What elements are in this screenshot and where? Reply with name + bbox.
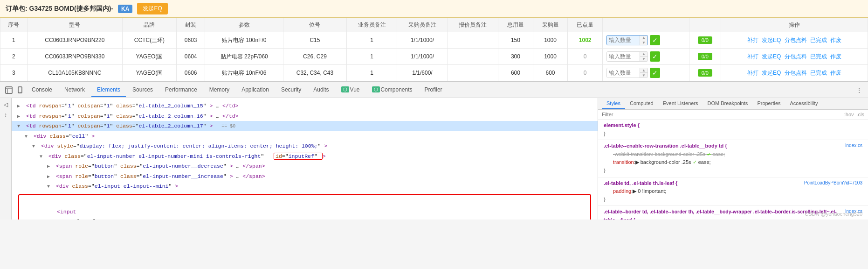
device-icon[interactable]: [15, 85, 25, 95]
side-tab-dom-breakpoints[interactable]: DOM Breakpoints: [703, 98, 753, 109]
op-done-row2[interactable]: 已完成: [810, 53, 827, 60]
spin-up-row3[interactable]: ▲: [640, 68, 648, 73]
quantity-input-row3[interactable]: ▲ ▼: [606, 68, 648, 78]
more-icon[interactable]: ⋮: [854, 85, 864, 95]
op-reprint-row3[interactable]: 补打: [747, 70, 758, 76]
elem-line-selected[interactable]: ▼ <td rowspan="1" colspan="1" class="el-…: [12, 121, 598, 131]
op-reprint-row2[interactable]: 补打: [747, 53, 758, 60]
op-done-row3[interactable]: 已完成: [810, 70, 827, 76]
spin-up-row2[interactable]: ▲: [640, 52, 648, 57]
spin-btns-row2: ▲ ▼: [640, 52, 648, 61]
badge-ka: KA: [118, 5, 132, 13]
side-tab-styles[interactable]: Styles: [602, 98, 625, 109]
red-box-input: <input type="text" autocomplete="off" pl…: [18, 194, 591, 219]
devtools-body: ◁ ↕ ▶ <td rowspan="1" colspan="1" class=…: [0, 98, 868, 219]
expand-icon[interactable]: ↕: [1, 110, 10, 120]
tab-profiler[interactable]: Profiler: [419, 84, 448, 97]
cell-package: 0604: [176, 49, 205, 65]
op-split-row3[interactable]: 分包点料: [785, 70, 807, 76]
cell-params: 贴片电容 100nF/0: [205, 32, 283, 49]
watermark: CSDN @yehaocheng520: [805, 211, 862, 217]
elem-line[interactable]: ▼ <div style="display: flex; justify-con…: [12, 141, 598, 151]
cell-pos: C15: [283, 32, 347, 49]
cell-index: 3: [0, 65, 28, 81]
elem-line[interactable]: ▼ <div class="el-input el-input--mini" >: [12, 181, 598, 191]
elem-line-inputref[interactable]: ▼ <div class="el-input-number el-input-n…: [12, 151, 598, 162]
col-header-ops: 操作: [721, 18, 868, 32]
cell-brand: YAGEO(国: [123, 65, 177, 81]
op-split-row2[interactable]: 分包点料: [785, 53, 807, 60]
col-header-index: 序号: [0, 18, 28, 32]
elem-line[interactable]: ▶ <span role="button" class="el-input-nu…: [12, 161, 598, 171]
tab-security[interactable]: Security: [276, 84, 307, 97]
cell-brand: YAGEO(国: [123, 49, 177, 65]
op-eq-row3[interactable]: 发起EQ: [762, 70, 781, 76]
tab-performance[interactable]: Performance: [159, 84, 203, 97]
col-header-sales-note: 业务员备注: [346, 18, 397, 32]
spin-up-row1[interactable]: ▲: [640, 35, 648, 40]
side-tab-accessibility[interactable]: Accessibility: [785, 98, 823, 109]
tab-audits[interactable]: Audits: [308, 84, 334, 97]
cell-input[interactable]: ▲ ▼ ✓: [602, 65, 689, 81]
quantity-input-row2[interactable]: ▲ ▼: [606, 51, 648, 62]
styles-filter-input[interactable]: [602, 112, 841, 117]
tab-components[interactable]: ⬡ Components: [366, 84, 418, 97]
col-header-package: 封装: [176, 18, 205, 32]
op-cancel-row3[interactable]: 作废: [830, 70, 841, 76]
confirm-btn-row1[interactable]: ✓: [650, 35, 660, 45]
cell-sales-note: 1: [346, 49, 397, 65]
op-split-row1[interactable]: 分包点料: [785, 37, 807, 43]
confirm-btn-row3[interactable]: ✓: [650, 68, 660, 78]
op-done-row1[interactable]: 已完成: [810, 37, 827, 43]
cell-purchase-note: 1/1/1000/: [397, 49, 448, 65]
elem-line[interactable]: ▼ <div class="cell" >: [12, 131, 598, 142]
col-header-total-qty: 总用量: [498, 18, 533, 32]
tab-vue[interactable]: ⬡ Vue: [336, 84, 365, 97]
cell-checked-qty already-pts: 1002: [568, 32, 603, 49]
op-cancel-row2[interactable]: 作废: [830, 53, 841, 60]
svg-point-4: [20, 92, 21, 92]
cell-checked-qty: 0: [568, 49, 603, 65]
elem-line[interactable]: ▶ <td rowspan="1" colspan="1" class="el-…: [12, 101, 598, 111]
css-source-1[interactable]: index.cs: [845, 142, 862, 149]
css-source-2[interactable]: PointLoadByPBom?id=7103: [804, 179, 862, 187]
spin-down-row1[interactable]: ▼: [640, 40, 648, 45]
cell-total-qty: 150: [498, 32, 533, 49]
confirm-btn-row2[interactable]: ✓: [650, 51, 660, 62]
cell-purchase-note: 1/1/600/: [397, 65, 448, 81]
qty-field-row3[interactable]: [607, 68, 640, 78]
cell-input[interactable]: ▲ ▼ ✓: [602, 32, 689, 49]
toggle-icon[interactable]: ◁: [1, 100, 10, 109]
op-eq-row1[interactable]: 发起EQ: [762, 37, 781, 43]
table-row: 2 CC0603JRNPO9BN330 YAGEO(国 0604 贴片电容 22…: [0, 49, 868, 65]
svg-rect-0: [6, 87, 12, 93]
tab-elements[interactable]: Elements: [91, 84, 126, 97]
side-tab-computed[interactable]: Computed: [625, 98, 658, 109]
qty-field-row1[interactable]: [607, 35, 640, 45]
table-header-row: 序号 型号 品牌 封装 参数 位号 业务员备注 采购员备注 报价员备注 总用量 …: [0, 18, 868, 32]
cls-hint[interactable]: .cls: [857, 112, 865, 117]
spin-down-row3[interactable]: ▼: [640, 73, 648, 78]
inspect-icon[interactable]: [4, 85, 14, 95]
cell-quote-note: [448, 65, 498, 81]
elem-line[interactable]: ▶ <td rowspan="1" colspan="1" class="el-…: [12, 111, 598, 121]
tab-console[interactable]: Console: [26, 84, 58, 97]
op-cancel-row1[interactable]: 作废: [830, 37, 841, 43]
spin-btns-row3: ▲ ▼: [640, 68, 648, 78]
quantity-input-row1[interactable]: ▲ ▼: [606, 35, 648, 45]
tab-network[interactable]: Network: [59, 84, 90, 97]
spin-down-row2[interactable]: ▼: [640, 57, 648, 61]
hov-hint[interactable]: :hov: [844, 112, 854, 117]
cell-package: 0606: [176, 65, 205, 81]
qty-field-row2[interactable]: [607, 52, 640, 61]
tab-sources[interactable]: Sources: [127, 84, 158, 97]
tab-memory[interactable]: Memory: [204, 84, 235, 97]
btn-eq[interactable]: 发起EQ: [137, 3, 167, 14]
elem-line[interactable]: ▶ <span role="button" class="el-input-nu…: [12, 171, 598, 182]
side-tab-properties[interactable]: Properties: [752, 98, 785, 109]
op-reprint-row1[interactable]: 补打: [747, 37, 758, 43]
op-eq-row2[interactable]: 发起EQ: [762, 53, 781, 60]
side-tab-event-listeners[interactable]: Event Listeners: [658, 98, 703, 109]
cell-input[interactable]: ▲ ▼ ✓: [602, 49, 689, 65]
tab-application[interactable]: Application: [236, 84, 275, 97]
